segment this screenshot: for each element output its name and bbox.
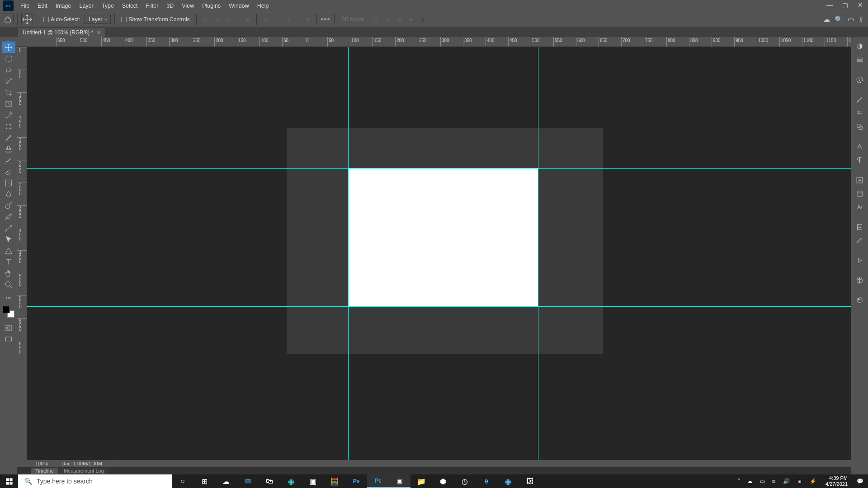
document-tab[interactable]: Untitled-1 @ 100% (RGB/8) * ✕ xyxy=(18,28,105,37)
vertical-ruler[interactable]: 050100150200250300350400450500550600650 xyxy=(17,47,27,474)
color-panel-icon[interactable] xyxy=(854,41,866,52)
edge-icon[interactable]: ◉ xyxy=(280,474,302,488)
dropbox-icon[interactable]: ⧈ xyxy=(770,478,778,484)
brush-panel-icon[interactable] xyxy=(854,94,866,105)
volume-icon[interactable]: 🔊 xyxy=(781,478,792,484)
menu-select[interactable]: Select xyxy=(118,0,142,12)
dodge-tool[interactable] xyxy=(2,200,15,211)
hand-tool[interactable] xyxy=(2,267,15,279)
menu-edit[interactable]: Edit xyxy=(33,0,52,12)
history-tool[interactable] xyxy=(2,155,15,166)
explorer-icon[interactable]: 📁 xyxy=(410,474,432,488)
crop-tool[interactable] xyxy=(2,87,15,98)
canvas-viewport[interactable] xyxy=(27,47,851,474)
notifications-icon[interactable]: 💬 xyxy=(855,478,865,484)
layer-comp-panel-icon[interactable] xyxy=(854,188,866,199)
cloud-docs-icon[interactable]: ☁ xyxy=(823,15,830,23)
app1-icon[interactable]: ⬢ xyxy=(432,474,454,488)
eyedrop-tool[interactable] xyxy=(2,109,15,121)
onedrive-icon[interactable]: ☁ xyxy=(745,478,755,484)
guide-vertical[interactable] xyxy=(538,47,538,474)
char-panel-icon[interactable] xyxy=(854,141,866,152)
close-button[interactable]: ✕ xyxy=(853,0,868,10)
more-options-icon[interactable]: ••• xyxy=(321,14,330,24)
menu-window[interactable]: Window xyxy=(225,0,253,12)
stamp-tool[interactable] xyxy=(2,143,15,155)
align-top-icon[interactable]: ⫠ xyxy=(260,14,270,24)
weather-icon[interactable]: ☁ xyxy=(215,474,237,488)
search-icon[interactable]: 🔍 xyxy=(835,15,843,23)
lasso-tool[interactable] xyxy=(2,64,15,75)
info-panel-icon[interactable] xyxy=(854,74,866,85)
artboard[interactable] xyxy=(348,168,538,306)
guide-horizontal[interactable] xyxy=(27,168,851,169)
network-icon[interactable]: ⚡ xyxy=(808,478,818,484)
menu-layer[interactable]: Layer xyxy=(75,0,97,12)
obs-icon[interactable]: ◷ xyxy=(454,474,476,488)
text-tool[interactable] xyxy=(2,256,15,267)
show-transform-checkbox[interactable]: Show Transform Controls xyxy=(118,14,192,25)
align-center-h-icon[interactable]: ▥ xyxy=(212,14,222,24)
align-right-icon[interactable]: ▤ xyxy=(224,14,234,24)
pen-tool[interactable] xyxy=(2,211,15,222)
heal-tool[interactable] xyxy=(2,121,15,132)
status-flyout-icon[interactable]: 〉 xyxy=(116,460,121,467)
ruler-origin[interactable] xyxy=(17,37,27,47)
eraser-tool[interactable] xyxy=(2,166,15,177)
zoom-3d-icon[interactable]: 🎥 xyxy=(418,14,428,24)
clock[interactable]: 4:39 PM 4/27/2021 xyxy=(822,475,851,487)
home-button[interactable] xyxy=(2,14,14,25)
start-button[interactable] xyxy=(0,474,18,488)
share-icon[interactable]: ⇪ xyxy=(859,15,864,23)
horizontal-ruler[interactable]: 5505004504003503002502001501005005010015… xyxy=(27,37,851,47)
orbit-3d-icon[interactable]: ◯ xyxy=(371,14,381,24)
screen-mode-icon[interactable] xyxy=(2,333,15,345)
pan-3d-icon[interactable]: ✥ xyxy=(394,14,404,24)
3d-panel-icon[interactable] xyxy=(854,275,866,286)
direct-tool[interactable] xyxy=(2,234,15,245)
timeline-tab[interactable]: Timeline xyxy=(31,468,58,474)
frame-tool[interactable] xyxy=(2,98,15,109)
guide-horizontal[interactable] xyxy=(27,306,851,307)
menu-type[interactable]: Type xyxy=(98,0,118,12)
workspace-icon[interactable]: ▭ xyxy=(848,15,854,23)
minimize-button[interactable]: — xyxy=(822,0,837,10)
blur-tool[interactable] xyxy=(2,188,15,200)
quick-mask-icon[interactable] xyxy=(2,322,15,333)
align-to-icon[interactable]: ⊞ xyxy=(303,14,313,24)
path-tool[interactable] xyxy=(2,222,15,234)
battery-icon[interactable]: 🗉 xyxy=(795,478,804,484)
marquee-tool[interactable] xyxy=(2,53,15,64)
material-panel-icon[interactable] xyxy=(854,295,866,305)
store-icon[interactable]: 🛍 xyxy=(259,474,280,488)
menu-file[interactable]: File xyxy=(16,0,33,12)
maximize-button[interactable]: ▢ xyxy=(837,0,853,10)
distribute-icon[interactable]: ≡ xyxy=(243,14,253,24)
meet-now-icon[interactable]: ▭ xyxy=(758,478,767,484)
swatches-panel-icon[interactable] xyxy=(854,54,866,65)
zoom-tool[interactable] xyxy=(2,279,15,290)
move-tool-icon[interactable]: ⌄ xyxy=(21,14,33,25)
gradient-tool[interactable] xyxy=(2,177,15,188)
chrome-icon[interactable]: ◉ xyxy=(389,474,410,488)
menu-view[interactable]: View xyxy=(178,0,198,12)
cortana-icon[interactable]: ○ xyxy=(172,474,193,488)
menu-help[interactable]: Help xyxy=(253,0,273,12)
menu-image[interactable]: Image xyxy=(52,0,75,12)
slide-3d-icon[interactable]: ⬌ xyxy=(406,14,416,24)
task-view-icon[interactable]: ⊞ xyxy=(193,474,215,488)
foreground-background-colors[interactable] xyxy=(2,305,15,319)
doc-size[interactable]: Doc: 1.00M/1.00M xyxy=(61,461,102,466)
photoshop-icon[interactable]: Ps xyxy=(367,474,389,488)
align-left-icon[interactable]: ▤ xyxy=(200,14,210,24)
actions-panel-icon[interactable] xyxy=(854,255,866,266)
brush-settings-panel-icon[interactable] xyxy=(854,108,866,118)
terminal-icon[interactable]: ▣ xyxy=(302,474,324,488)
type-style-panel-icon[interactable] xyxy=(854,202,866,212)
brush-tool[interactable] xyxy=(2,132,15,143)
camera-icon[interactable]: ◉ xyxy=(497,474,519,488)
para-panel-icon[interactable] xyxy=(854,155,866,165)
align-bottom-icon[interactable]: ⫠ xyxy=(284,14,294,24)
menu-plugins[interactable]: Plugins xyxy=(198,0,225,12)
edit-toolbar-icon[interactable]: ••• xyxy=(2,292,15,303)
